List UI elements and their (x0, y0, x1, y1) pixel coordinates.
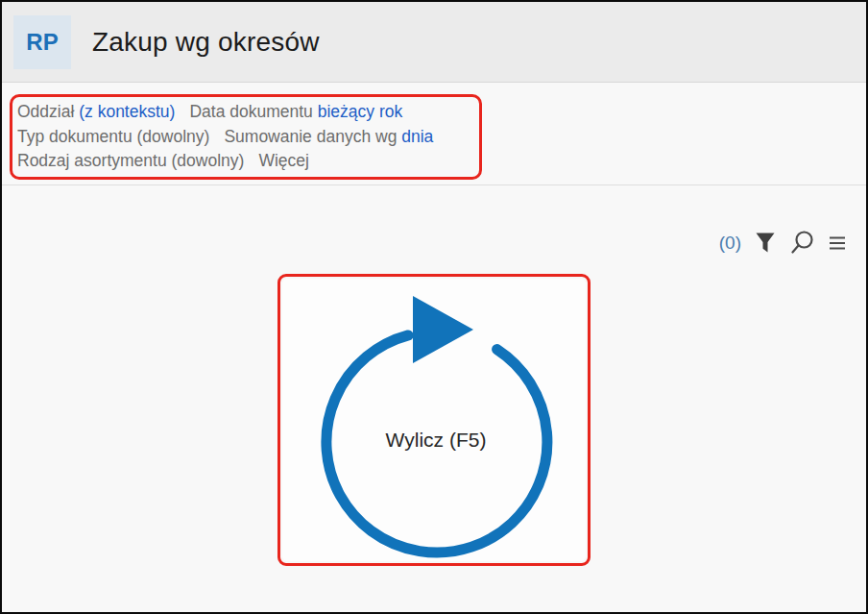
refresh-run-icon (282, 279, 586, 561)
filter-value[interactable]: bieżący rok (318, 102, 403, 121)
filter-label: Rodzaj asortymentu (17, 151, 167, 170)
filter-value[interactable]: (z kontekstu) (79, 102, 175, 121)
calculate-button-label: Wylicz (F5) (282, 429, 590, 452)
filter-row: Oddział (z kontekstu) Data dokumentu bie… (17, 100, 433, 125)
filter-row: Rodzaj asortymentu (dowolny) Więcej (17, 149, 433, 174)
filter-value[interactable]: dnia (401, 127, 433, 146)
filter-typ-dokumentu[interactable]: Typ dokumentu (dowolny) (17, 125, 209, 150)
search-icon[interactable] (789, 230, 815, 257)
page-title: Zakup wg okresów (92, 2, 320, 83)
filter-funnel-icon[interactable] (755, 232, 776, 255)
filter-bar: Oddział (z kontekstu) Data dokumentu bie… (2, 84, 866, 185)
filter-value[interactable]: (dowolny) (172, 151, 245, 170)
filter-oddzial[interactable]: Oddział (z kontekstu) (17, 100, 175, 125)
filter-count-badge: (0) (719, 233, 741, 254)
annotation-box-calculate: Wylicz (F5) (277, 274, 591, 566)
app-window: RP Zakup wg okresów Oddział (z kontekstu… (0, 0, 868, 614)
filter-label: Data dokumentu (189, 102, 312, 121)
filter-label: Sumowanie danych wg (224, 127, 397, 146)
filter-row: Typ dokumentu (dowolny) Sumowanie danych… (17, 125, 433, 150)
filter-data-dokumentu[interactable]: Data dokumentu bieżący rok (189, 100, 402, 125)
filter-label: Więcej (258, 151, 309, 170)
filter-rodzaj-asortymentu[interactable]: Rodzaj asortymentu (dowolny) (17, 149, 244, 174)
app-logo-badge: RP (13, 15, 71, 69)
filter-toolbar: (0) (719, 226, 846, 260)
app-header: RP Zakup wg okresów (2, 2, 866, 83)
filter-more-link[interactable]: Więcej (258, 149, 309, 174)
filter-value[interactable]: (dowolny) (137, 127, 210, 146)
filter-list: Oddział (z kontekstu) Data dokumentu bie… (17, 100, 433, 174)
menu-icon[interactable] (829, 234, 846, 252)
filter-sumowanie-danych[interactable]: Sumowanie danych wg dnia (224, 125, 433, 150)
calculate-button[interactable]: Wylicz (F5) (282, 279, 586, 561)
filter-label: Oddział (17, 102, 74, 121)
filter-label: Typ dokumentu (17, 127, 133, 146)
